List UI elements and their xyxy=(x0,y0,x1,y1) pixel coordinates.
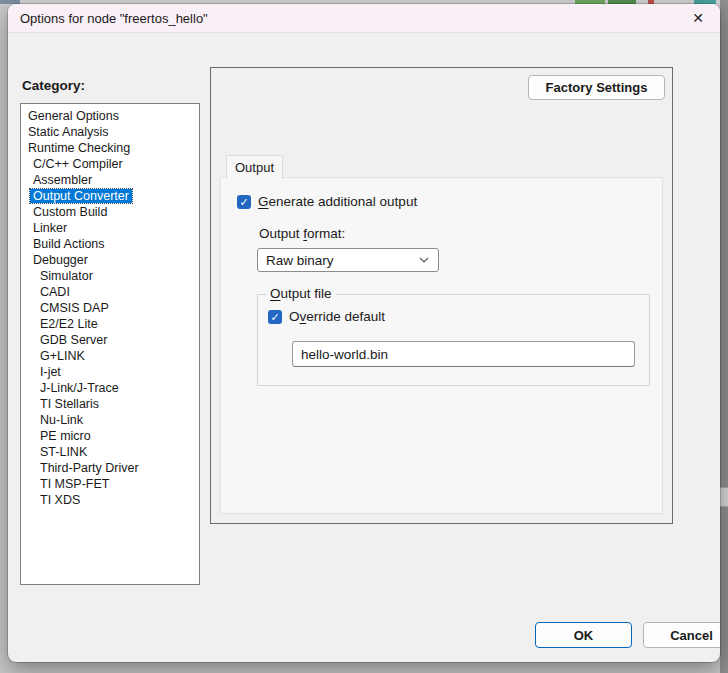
title-bar: Options for node "freertos_hello" ✕ xyxy=(8,4,720,33)
output-file-group: Output file ✓ Override default xyxy=(257,294,650,386)
category-item-label: Runtime Checking xyxy=(25,141,133,155)
category-item-label: Custom Build xyxy=(30,205,110,219)
category-item[interactable]: G+LINK xyxy=(21,348,199,364)
background-scrollbar-fragment xyxy=(720,487,728,507)
output-format-value: Raw binary xyxy=(258,253,418,268)
category-label: Category: xyxy=(22,78,85,93)
dialog-title: Options for node "freertos_hello" xyxy=(8,11,208,26)
category-item-label: E2/E2 Lite xyxy=(37,317,101,331)
options-panel: Factory Settings Output ✓ Generate addit… xyxy=(210,67,673,524)
background-right-strip xyxy=(720,0,728,673)
category-item-label: ST-LINK xyxy=(37,445,90,459)
generate-additional-output-checkbox-row[interactable]: ✓ Generate additional output xyxy=(237,194,417,209)
checkbox-checked-icon[interactable]: ✓ xyxy=(268,310,282,324)
output-tab-pane: ✓ Generate additional output Output form… xyxy=(220,177,663,514)
category-item[interactable]: TI Stellaris xyxy=(21,396,199,412)
override-default-label: Override default xyxy=(289,309,385,324)
category-item[interactable]: CMSIS DAP xyxy=(21,300,199,316)
category-item-selected[interactable]: Output Converter xyxy=(21,188,199,204)
category-item[interactable]: J-Link/J-Trace xyxy=(21,380,199,396)
category-item[interactable]: C/C++ Compiler xyxy=(21,156,199,172)
close-button[interactable]: ✕ xyxy=(678,4,718,32)
category-item[interactable]: ST-LINK xyxy=(21,444,199,460)
category-item[interactable]: Linker xyxy=(21,220,199,236)
category-item[interactable]: I-jet xyxy=(21,364,199,380)
category-item[interactable]: Build Actions xyxy=(21,236,199,252)
category-item-label: Nu-Link xyxy=(37,413,86,427)
output-file-input[interactable] xyxy=(292,341,635,367)
output-file-group-label: Output file xyxy=(266,286,336,301)
factory-settings-button[interactable]: Factory Settings xyxy=(528,75,665,100)
category-item-label: Assembler xyxy=(30,173,95,187)
cancel-button[interactable]: Cancel xyxy=(643,622,720,648)
category-item-label: General Options xyxy=(25,109,122,123)
category-item[interactable]: E2/E2 Lite xyxy=(21,316,199,332)
category-item-label: I-jet xyxy=(37,365,64,379)
category-item[interactable]: Simulator xyxy=(21,268,199,284)
category-item-label: Build Actions xyxy=(30,237,108,251)
category-item-label: TI MSP-FET xyxy=(37,477,112,491)
category-item-label: Third-Party Driver xyxy=(37,461,142,475)
category-item[interactable]: Runtime Checking xyxy=(21,140,199,156)
category-item[interactable]: Assembler xyxy=(21,172,199,188)
output-format-dropdown[interactable]: Raw binary xyxy=(257,248,439,272)
category-item[interactable]: Custom Build xyxy=(21,204,199,220)
category-item-label: C/C++ Compiler xyxy=(30,157,126,171)
category-item[interactable]: PE micro xyxy=(21,428,199,444)
chevron-down-icon xyxy=(418,254,430,266)
category-item-label: J-Link/J-Trace xyxy=(37,381,122,395)
category-item[interactable]: General Options xyxy=(21,108,199,124)
category-item[interactable]: Third-Party Driver xyxy=(21,460,199,476)
category-item[interactable]: CADI xyxy=(21,284,199,300)
category-item-label: PE micro xyxy=(37,429,94,443)
category-item[interactable]: GDB Server xyxy=(21,332,199,348)
override-default-checkbox-row[interactable]: ✓ Override default xyxy=(268,309,385,324)
category-item-label: Debugger xyxy=(30,253,91,267)
category-item-label: G+LINK xyxy=(37,349,88,363)
category-item-label: TI Stellaris xyxy=(37,397,102,411)
close-icon: ✕ xyxy=(692,10,704,26)
category-item-label: Simulator xyxy=(37,269,96,283)
category-item-label: Output Converter xyxy=(30,189,132,203)
checkbox-checked-icon[interactable]: ✓ xyxy=(237,195,251,209)
category-item-label: TI XDS xyxy=(37,493,83,507)
checkmark-icon: ✓ xyxy=(270,310,279,324)
ok-button[interactable]: OK xyxy=(535,622,632,648)
options-dialog: Options for node "freertos_hello" ✕ Cate… xyxy=(8,4,720,662)
category-item[interactable]: Static Analysis xyxy=(21,124,199,140)
category-item-label: CMSIS DAP xyxy=(37,301,112,315)
category-item-label: Linker xyxy=(30,221,70,235)
category-list[interactable]: General OptionsStatic AnalysisRuntime Ch… xyxy=(20,103,200,585)
category-item-label: GDB Server xyxy=(37,333,110,347)
category-item[interactable]: Debugger xyxy=(21,252,199,268)
output-format-label: Output format: xyxy=(259,226,345,241)
category-item-label: Static Analysis xyxy=(25,125,112,139)
generate-additional-output-label: Generate additional output xyxy=(258,194,417,209)
checkmark-icon: ✓ xyxy=(239,195,248,209)
tab-output[interactable]: Output xyxy=(226,155,283,179)
category-item-label: CADI xyxy=(37,285,73,299)
category-item[interactable]: TI MSP-FET xyxy=(21,476,199,492)
category-item[interactable]: TI XDS xyxy=(21,492,199,508)
category-item[interactable]: Nu-Link xyxy=(21,412,199,428)
